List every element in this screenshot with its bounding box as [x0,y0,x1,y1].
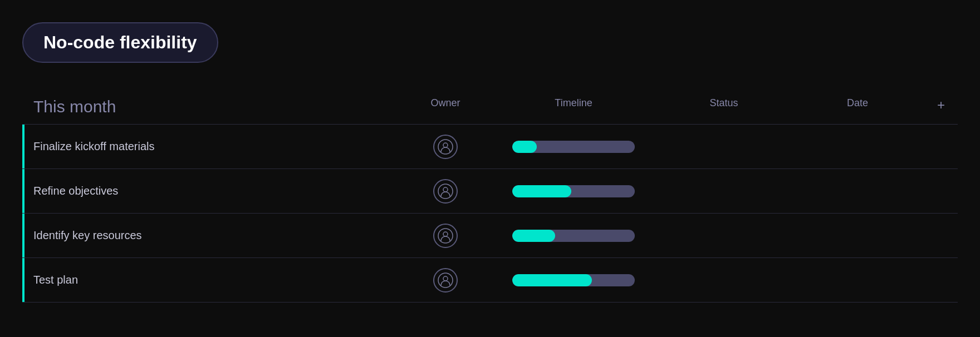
task-name: Identify key resources [22,229,401,242]
svg-point-4 [438,229,453,243]
table-row: Test plan [22,258,958,303]
add-column-button[interactable]: + [924,97,958,116]
header-section-title: This month [22,97,401,116]
header-timeline: Timeline [490,97,657,116]
table-row: Identify key resources [22,214,958,258]
owner-cell [401,135,490,159]
badge: No-code flexibility [22,22,218,63]
progress-fill [512,185,571,197]
table-header: This month Owner Timeline Status Date + [22,90,958,125]
task-name: Finalize kickoff materials [22,140,401,153]
timeline-cell [490,185,657,197]
avatar[interactable] [433,179,458,204]
owner-cell [401,268,490,293]
progress-bar [512,274,635,286]
table-row: Refine objectives [22,169,958,214]
avatar[interactable] [433,135,458,159]
header-owner: Owner [401,97,490,116]
avatar[interactable] [433,224,458,248]
owner-cell [401,179,490,204]
svg-point-5 [443,232,448,236]
svg-point-6 [438,273,453,288]
progress-bar [512,230,635,242]
progress-bar [512,141,635,153]
progress-fill [512,230,555,242]
timeline-cell [490,274,657,286]
progress-fill [512,141,537,153]
svg-point-2 [438,184,453,199]
svg-point-3 [443,187,448,192]
timeline-cell [490,230,657,242]
svg-point-7 [443,276,448,281]
task-name: Test plan [22,274,401,286]
section-title: This month [33,97,116,116]
header-status: Status [657,97,791,116]
progress-bar [512,185,635,197]
table-container: This month Owner Timeline Status Date + … [22,90,958,303]
avatar[interactable] [433,268,458,293]
owner-cell [401,224,490,248]
page-container: No-code flexibility This month Owner Tim… [0,0,980,303]
badge-label: No-code flexibility [43,32,197,52]
progress-fill [512,274,592,286]
table-row: Finalize kickoff materials [22,125,958,169]
svg-point-1 [443,143,448,147]
task-name: Refine objectives [22,185,401,197]
timeline-cell [490,141,657,153]
svg-point-0 [438,140,453,154]
header-date: Date [791,97,924,116]
